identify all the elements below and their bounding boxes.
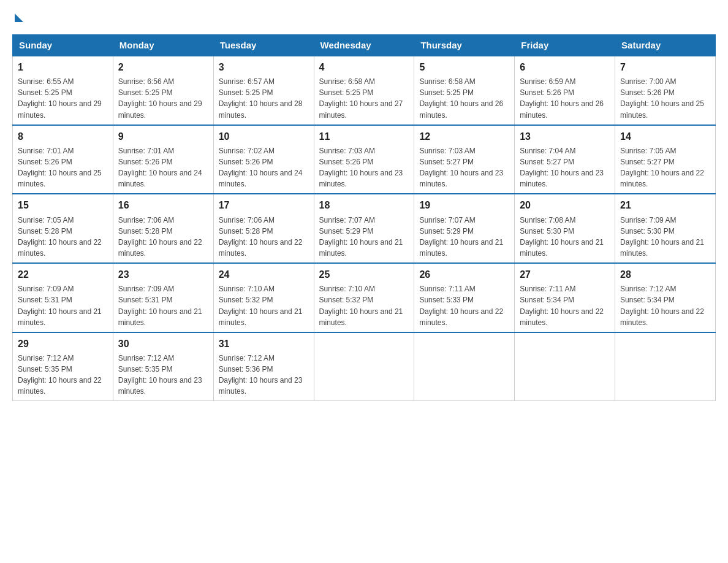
calendar-day-cell: 23 Sunrise: 7:09 AM Sunset: 5:31 PM Dayl… xyxy=(113,263,213,332)
day-number: 8 xyxy=(18,129,108,144)
day-info: Sunrise: 7:11 AM Sunset: 5:33 PM Dayligh… xyxy=(419,285,503,326)
calendar-day-cell: 21 Sunrise: 7:09 AM Sunset: 5:30 PM Dayl… xyxy=(615,194,716,263)
day-number: 30 xyxy=(118,337,208,351)
logo-blue-text xyxy=(12,12,23,22)
day-number: 9 xyxy=(118,129,208,144)
day-number: 1 xyxy=(18,60,108,74)
calendar-day-cell: 8 Sunrise: 7:01 AM Sunset: 5:26 PM Dayli… xyxy=(13,125,113,194)
column-header-thursday: Thursday xyxy=(414,35,515,56)
day-number: 26 xyxy=(419,267,509,282)
column-header-wednesday: Wednesday xyxy=(314,35,414,56)
calendar-day-cell: 9 Sunrise: 7:01 AM Sunset: 5:26 PM Dayli… xyxy=(113,125,213,194)
day-info: Sunrise: 7:05 AM Sunset: 5:27 PM Dayligh… xyxy=(620,147,704,188)
day-info: Sunrise: 7:01 AM Sunset: 5:26 PM Dayligh… xyxy=(118,147,202,188)
day-info: Sunrise: 7:03 AM Sunset: 5:26 PM Dayligh… xyxy=(319,147,403,188)
page-header xyxy=(12,12,716,22)
column-header-saturday: Saturday xyxy=(615,35,716,56)
day-info: Sunrise: 7:09 AM Sunset: 5:30 PM Dayligh… xyxy=(620,216,704,258)
calendar-day-cell: 20 Sunrise: 7:08 AM Sunset: 5:30 PM Dayl… xyxy=(515,194,615,263)
day-number: 6 xyxy=(520,60,610,74)
day-number: 23 xyxy=(118,267,208,282)
calendar-day-cell xyxy=(414,332,515,401)
day-info: Sunrise: 7:12 AM Sunset: 5:35 PM Dayligh… xyxy=(18,354,102,396)
day-info: Sunrise: 6:59 AM Sunset: 5:26 PM Dayligh… xyxy=(520,77,604,119)
calendar-week-row: 8 Sunrise: 7:01 AM Sunset: 5:26 PM Dayli… xyxy=(13,125,716,194)
day-info: Sunrise: 7:04 AM Sunset: 5:27 PM Dayligh… xyxy=(520,147,604,188)
calendar-day-cell: 22 Sunrise: 7:09 AM Sunset: 5:31 PM Dayl… xyxy=(13,263,113,332)
calendar-header-row: SundayMondayTuesdayWednesdayThursdayFrid… xyxy=(13,35,716,56)
day-info: Sunrise: 7:10 AM Sunset: 5:32 PM Dayligh… xyxy=(219,285,303,326)
day-number: 11 xyxy=(319,129,409,144)
logo-triangle-icon xyxy=(15,13,23,22)
day-info: Sunrise: 7:07 AM Sunset: 5:29 PM Dayligh… xyxy=(319,216,403,258)
day-number: 10 xyxy=(219,129,309,144)
day-number: 20 xyxy=(520,198,610,212)
day-number: 2 xyxy=(118,60,208,74)
calendar-day-cell: 26 Sunrise: 7:11 AM Sunset: 5:33 PM Dayl… xyxy=(414,263,515,332)
calendar-day-cell: 10 Sunrise: 7:02 AM Sunset: 5:26 PM Dayl… xyxy=(213,125,314,194)
day-number: 3 xyxy=(219,60,309,74)
calendar-day-cell: 4 Sunrise: 6:58 AM Sunset: 5:25 PM Dayli… xyxy=(314,56,414,125)
calendar-week-row: 15 Sunrise: 7:05 AM Sunset: 5:28 PM Dayl… xyxy=(13,194,716,263)
day-info: Sunrise: 7:12 AM Sunset: 5:34 PM Dayligh… xyxy=(620,285,704,326)
day-number: 5 xyxy=(419,60,509,74)
day-info: Sunrise: 6:58 AM Sunset: 5:25 PM Dayligh… xyxy=(419,77,503,119)
calendar-day-cell: 6 Sunrise: 6:59 AM Sunset: 5:26 PM Dayli… xyxy=(515,56,615,125)
day-number: 13 xyxy=(520,129,610,144)
calendar-day-cell: 27 Sunrise: 7:11 AM Sunset: 5:34 PM Dayl… xyxy=(515,263,615,332)
day-info: Sunrise: 6:56 AM Sunset: 5:25 PM Dayligh… xyxy=(118,77,202,119)
day-number: 7 xyxy=(620,60,710,74)
day-number: 24 xyxy=(219,267,309,282)
calendar-day-cell: 17 Sunrise: 7:06 AM Sunset: 5:28 PM Dayl… xyxy=(213,194,314,263)
day-info: Sunrise: 7:12 AM Sunset: 5:36 PM Dayligh… xyxy=(219,354,303,396)
calendar-day-cell xyxy=(615,332,716,401)
column-header-monday: Monday xyxy=(113,35,213,56)
day-number: 18 xyxy=(319,198,409,212)
day-number: 4 xyxy=(319,60,409,74)
day-info: Sunrise: 7:09 AM Sunset: 5:31 PM Dayligh… xyxy=(118,285,202,326)
day-info: Sunrise: 7:09 AM Sunset: 5:31 PM Dayligh… xyxy=(18,285,102,326)
day-number: 14 xyxy=(620,129,710,144)
calendar-day-cell: 18 Sunrise: 7:07 AM Sunset: 5:29 PM Dayl… xyxy=(314,194,414,263)
calendar-day-cell: 16 Sunrise: 7:06 AM Sunset: 5:28 PM Dayl… xyxy=(113,194,213,263)
calendar-day-cell: 11 Sunrise: 7:03 AM Sunset: 5:26 PM Dayl… xyxy=(314,125,414,194)
calendar-week-row: 29 Sunrise: 7:12 AM Sunset: 5:35 PM Dayl… xyxy=(13,332,716,401)
calendar-day-cell: 13 Sunrise: 7:04 AM Sunset: 5:27 PM Dayl… xyxy=(515,125,615,194)
column-header-tuesday: Tuesday xyxy=(213,35,314,56)
day-number: 29 xyxy=(18,337,108,351)
day-number: 27 xyxy=(520,267,610,282)
day-info: Sunrise: 7:07 AM Sunset: 5:29 PM Dayligh… xyxy=(419,216,503,258)
column-header-sunday: Sunday xyxy=(13,35,113,56)
calendar-day-cell: 15 Sunrise: 7:05 AM Sunset: 5:28 PM Dayl… xyxy=(13,194,113,263)
day-info: Sunrise: 7:00 AM Sunset: 5:26 PM Dayligh… xyxy=(620,77,704,119)
calendar-week-row: 1 Sunrise: 6:55 AM Sunset: 5:25 PM Dayli… xyxy=(13,56,716,125)
day-number: 16 xyxy=(118,198,208,212)
calendar-day-cell xyxy=(515,332,615,401)
day-info: Sunrise: 6:58 AM Sunset: 5:25 PM Dayligh… xyxy=(319,77,403,119)
logo xyxy=(12,12,23,22)
calendar-day-cell: 24 Sunrise: 7:10 AM Sunset: 5:32 PM Dayl… xyxy=(213,263,314,332)
calendar-day-cell: 5 Sunrise: 6:58 AM Sunset: 5:25 PM Dayli… xyxy=(414,56,515,125)
day-info: Sunrise: 6:57 AM Sunset: 5:25 PM Dayligh… xyxy=(219,77,303,119)
calendar-day-cell: 28 Sunrise: 7:12 AM Sunset: 5:34 PM Dayl… xyxy=(615,263,716,332)
calendar-day-cell: 1 Sunrise: 6:55 AM Sunset: 5:25 PM Dayli… xyxy=(13,56,113,125)
calendar-day-cell: 2 Sunrise: 6:56 AM Sunset: 5:25 PM Dayli… xyxy=(113,56,213,125)
day-number: 12 xyxy=(419,129,509,144)
day-number: 15 xyxy=(18,198,108,212)
day-info: Sunrise: 7:11 AM Sunset: 5:34 PM Dayligh… xyxy=(520,285,604,326)
calendar-week-row: 22 Sunrise: 7:09 AM Sunset: 5:31 PM Dayl… xyxy=(13,263,716,332)
day-info: Sunrise: 7:10 AM Sunset: 5:32 PM Dayligh… xyxy=(319,285,403,326)
day-number: 22 xyxy=(18,267,108,282)
calendar-day-cell: 3 Sunrise: 6:57 AM Sunset: 5:25 PM Dayli… xyxy=(213,56,314,125)
day-info: Sunrise: 7:03 AM Sunset: 5:27 PM Dayligh… xyxy=(419,147,503,188)
calendar-day-cell: 12 Sunrise: 7:03 AM Sunset: 5:27 PM Dayl… xyxy=(414,125,515,194)
day-info: Sunrise: 7:05 AM Sunset: 5:28 PM Dayligh… xyxy=(18,216,102,258)
calendar-day-cell: 25 Sunrise: 7:10 AM Sunset: 5:32 PM Dayl… xyxy=(314,263,414,332)
calendar-day-cell: 29 Sunrise: 7:12 AM Sunset: 5:35 PM Dayl… xyxy=(13,332,113,401)
calendar-day-cell: 30 Sunrise: 7:12 AM Sunset: 5:35 PM Dayl… xyxy=(113,332,213,401)
day-info: Sunrise: 7:08 AM Sunset: 5:30 PM Dayligh… xyxy=(520,216,604,258)
day-number: 19 xyxy=(419,198,509,212)
day-number: 28 xyxy=(620,267,710,282)
day-info: Sunrise: 7:12 AM Sunset: 5:35 PM Dayligh… xyxy=(118,354,202,396)
calendar-day-cell xyxy=(314,332,414,401)
